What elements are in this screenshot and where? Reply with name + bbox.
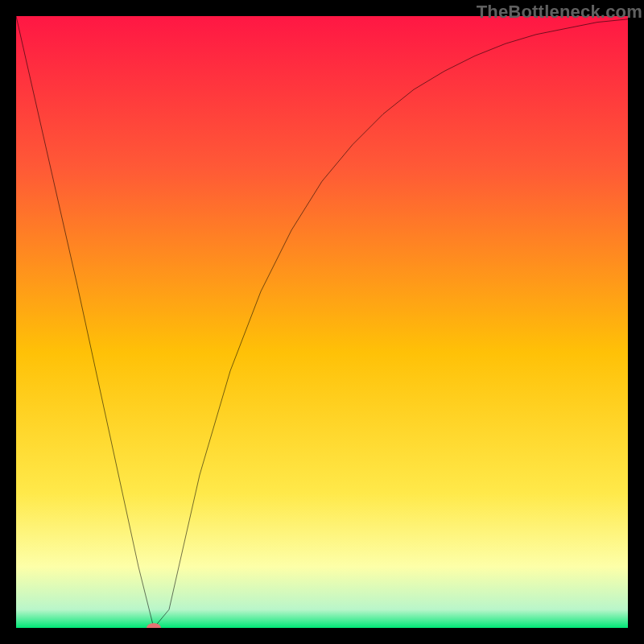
chart-frame: TheBottleneck.com [0,0,644,644]
bottleneck-curve [16,16,628,628]
plot-area [16,16,628,628]
minimum-marker [147,623,161,628]
watermark-text: TheBottleneck.com [477,2,642,23]
